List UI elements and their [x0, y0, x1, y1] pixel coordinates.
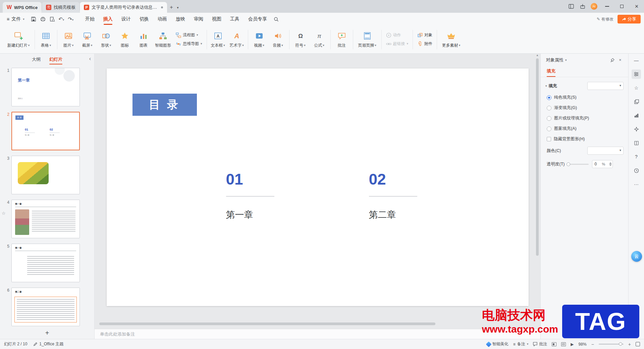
slide-thumb-1[interactable]: 1 第一章 演讲人 [2, 68, 92, 106]
table-button[interactable]: 表格▾ [37, 27, 55, 52]
layout-switch-icon[interactable] [566, 0, 577, 13]
fit-slide-icon[interactable] [636, 342, 640, 346]
notes-toggle-button[interactable]: ≡ 备注 ▾ [513, 341, 529, 347]
properties-strip-icon[interactable] [632, 69, 641, 79]
modified-status[interactable]: ✎ 有修改 [597, 16, 613, 22]
collapse-panel-bar-icon[interactable]: — [632, 56, 641, 65]
share-button[interactable]: 分享 [618, 15, 641, 23]
close-panel-icon[interactable]: × [616, 56, 624, 64]
fill-option-pattern[interactable]: 图案填充(A) [547, 126, 624, 132]
wordart-button[interactable]: A 艺术字▾ [227, 27, 246, 52]
tab-design[interactable]: 设计 [117, 13, 135, 26]
ai-assistant-icon[interactable]: AI [588, 0, 600, 13]
restore-button[interactable] [614, 0, 629, 13]
slide-title-shape[interactable]: 目 录 [132, 94, 197, 116]
flowchart-button[interactable]: 流程图▾ [176, 32, 202, 38]
header-footer-button[interactable]: 页眉页脚▾ [355, 27, 380, 52]
current-slide[interactable]: 目 录 01 第一章 02 第二章 [107, 68, 529, 306]
save-button[interactable] [29, 15, 38, 23]
tab-view[interactable]: 视图 [208, 13, 226, 26]
fill-option-gradient[interactable]: 渐变填充(G) [547, 105, 624, 111]
redo-button[interactable]: ↷▾ [67, 15, 75, 23]
slide-thumb-4[interactable]: 4 第一章 [2, 200, 92, 238]
hide-background-checkbox[interactable]: 隐藏背景图形(H) [547, 136, 624, 142]
video-button[interactable]: 视频▾ [250, 27, 269, 52]
transparency-input[interactable] [594, 162, 602, 166]
fill-option-picture[interactable]: 图片或纹理填充(P) [547, 115, 624, 121]
more-assets-button[interactable]: 更多素材▾ [439, 27, 464, 52]
tab-document[interactable]: P 文字是人类用符号记录表达信息以... [80, 2, 167, 13]
close-button[interactable]: × [629, 0, 644, 13]
comment-button[interactable]: 批注 [332, 27, 351, 52]
symbol-button[interactable]: Ω 符号▾ [291, 27, 310, 52]
textbox-button[interactable]: A 文本框▾ [209, 27, 227, 52]
horizontal-scrollbar[interactable] [99, 322, 530, 326]
play-slideshow-icon[interactable]: ▶ [571, 342, 574, 347]
print-preview-button[interactable] [48, 15, 57, 23]
picture-button[interactable]: 图片▾ [59, 27, 78, 52]
spin-down-icon[interactable] [609, 164, 612, 166]
new-slide-button[interactable]: 新建幻灯片▾ [4, 27, 33, 52]
slide-thumb-5[interactable]: 5 第一章 [2, 244, 92, 282]
notes-area[interactable]: 单击此处添加备注 [95, 329, 540, 339]
vertical-scrollbar[interactable]: ▲ [535, 54, 539, 307]
slide-thumb-6[interactable]: 6 第二章 [2, 288, 92, 326]
shapes-button[interactable]: 形状▾ [97, 27, 115, 52]
zoom-slider[interactable] [599, 344, 624, 345]
audio-button[interactable]: 音频▾ [269, 27, 287, 52]
search-icon[interactable] [271, 14, 281, 24]
toc-item-2[interactable]: 02 第二章 [369, 171, 449, 221]
tab-slideshow[interactable]: 放映 [171, 13, 190, 26]
more-strip-icon[interactable]: ··· [632, 180, 641, 189]
transparency-spinner[interactable]: % [592, 160, 613, 168]
chart-button[interactable]: 图表 [134, 27, 153, 52]
theme-info[interactable]: 1_Office 主题 [33, 341, 63, 347]
slide-thumb-3[interactable]: 3 [2, 156, 92, 194]
spin-up-icon[interactable] [609, 162, 612, 164]
pin-icon[interactable] [608, 56, 616, 64]
history-strip-icon[interactable] [632, 166, 641, 175]
tab-tools[interactable]: 工具 [226, 13, 244, 26]
normal-view-icon[interactable] [552, 342, 556, 346]
tab-insert[interactable]: 插入 [99, 13, 117, 26]
dock-window-icon[interactable] [577, 0, 588, 13]
comment-toggle-button[interactable]: 批注 [533, 341, 547, 347]
book-strip-icon[interactable] [632, 138, 641, 148]
tab-animation[interactable]: 动画 [153, 13, 171, 26]
transparency-slider[interactable] [567, 164, 589, 165]
fill-preset-dropdown[interactable] [587, 82, 624, 90]
smartart-button[interactable]: 智能图形 [153, 27, 173, 52]
tab-list-dropdown[interactable]: ▾ [176, 2, 180, 13]
help-strip-icon[interactable]: ? [632, 152, 641, 161]
layers-strip-icon[interactable] [632, 97, 641, 106]
favorite-star-icon[interactable]: ☆ [2, 211, 6, 216]
toc-item-1[interactable]: 01 第一章 [226, 171, 307, 221]
outline-tab[interactable]: 大纲 [32, 54, 41, 65]
panel-title[interactable]: 对象属性▾ [546, 57, 567, 63]
slide-thumb-2-selected[interactable]: 2 目 录 01 第一章 02 第二章 [2, 112, 92, 150]
app-tab[interactable]: W WPS Office [3, 2, 42, 13]
fill-option-solid[interactable]: 纯色填充(S) [547, 95, 624, 100]
smart-beautify-button[interactable]: 智能美化 [487, 341, 508, 347]
screenshot-button[interactable]: 截屏▾ [78, 27, 97, 52]
undo-button[interactable]: ↶▾ [57, 15, 66, 23]
add-slide-button[interactable]: + [0, 327, 94, 339]
tab-transition[interactable]: 切换 [135, 13, 153, 26]
color-dropdown[interactable] [587, 147, 624, 155]
attachment-button[interactable]: 附件 [417, 41, 432, 47]
effects-strip-icon[interactable] [632, 124, 641, 134]
tab-review[interactable]: 审阅 [190, 13, 208, 26]
chart-strip-icon[interactable] [632, 111, 641, 120]
mindmap-button[interactable]: 思维导图▾ [176, 41, 202, 47]
zoom-value[interactable]: 98% [579, 342, 587, 347]
zoom-out-icon[interactable]: − [591, 342, 594, 347]
slide-sorter-view-icon[interactable] [561, 342, 566, 346]
tab-home[interactable]: 壳 找稿壳模板 [42, 2, 79, 13]
formula-button[interactable]: π 公式▾ [310, 27, 329, 52]
print-button[interactable] [39, 15, 47, 23]
slides-tab[interactable]: 幻灯片 [49, 54, 62, 65]
file-menu-button[interactable]: ≡ 文件 ▾ [3, 13, 28, 26]
tab-modified-dot[interactable] [161, 6, 163, 8]
tab-home-ribbon[interactable]: 开始 [81, 13, 99, 26]
floating-assistant-badge[interactable]: 云 [631, 251, 642, 262]
